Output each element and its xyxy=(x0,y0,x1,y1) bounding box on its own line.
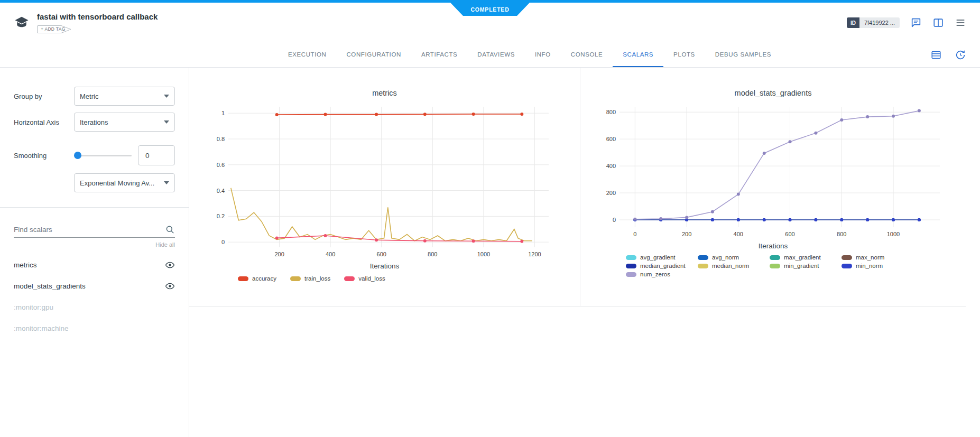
chart-card-model-stats-gradients: model_stats_gradients 020040060080002004… xyxy=(580,68,966,306)
find-scalars-row xyxy=(14,222,175,238)
legend-item-num_zeros[interactable]: num_zeros xyxy=(626,271,698,277)
horizontal-axis-select[interactable]: Iterations xyxy=(74,113,175,132)
legend-swatch xyxy=(626,264,636,268)
tab-execution[interactable]: EXECUTION xyxy=(278,43,337,67)
scalar-item-metrics[interactable]: metrics xyxy=(14,254,175,275)
legend-item-min_gradient[interactable]: min_gradient xyxy=(770,263,842,269)
smoothing-slider[interactable] xyxy=(74,152,132,159)
scalar-item-monitor-gpu[interactable]: :monitor:gpu xyxy=(14,296,175,318)
svg-text:0.6: 0.6 xyxy=(217,162,225,168)
details-panel-icon[interactable] xyxy=(932,17,944,29)
menu-icon[interactable] xyxy=(955,17,966,29)
status-text: COMPLETED xyxy=(470,6,509,13)
legend-label: num_zeros xyxy=(640,271,670,277)
charts-row: metrics 00.20.40.60.81200400600800100012… xyxy=(189,68,966,306)
app-logo-icon xyxy=(14,15,30,31)
scalar-label: metrics xyxy=(14,261,37,269)
search-icon[interactable] xyxy=(165,225,175,235)
eye-icon[interactable] xyxy=(165,260,175,270)
auto-refresh-icon[interactable] xyxy=(955,49,966,61)
group-by-label: Group by xyxy=(14,92,74,100)
model-stats-gradients-plot[interactable]: 020040060080002004006008001000 xyxy=(595,103,944,241)
group-by-value: Metric xyxy=(80,92,161,100)
page: COMPLETED fastai with tensorboard callba… xyxy=(0,0,980,437)
tab-plots[interactable]: PLOTS xyxy=(663,43,705,67)
chart-legend: avg_gradientavg_normmax_gradientmax_norm… xyxy=(580,254,919,280)
legend-item-max_norm[interactable]: max_norm xyxy=(842,254,913,261)
svg-text:800: 800 xyxy=(606,109,616,115)
horizontal-axis-value: Iterations xyxy=(80,118,161,126)
svg-text:1: 1 xyxy=(221,110,225,116)
tab-dataviews[interactable]: DATAVIEWS xyxy=(467,43,525,67)
tab-debug-samples[interactable]: DEBUG SAMPLES xyxy=(705,43,781,67)
tab-artifacts[interactable]: ARTIFACTS xyxy=(411,43,467,67)
group-by-row: Group by Metric xyxy=(14,87,175,106)
legend-label: max_gradient xyxy=(784,254,821,261)
scalar-label: :monitor:gpu xyxy=(14,303,53,311)
slider-thumb[interactable] xyxy=(74,152,81,159)
chart-title: metrics xyxy=(189,89,580,97)
comments-icon[interactable] xyxy=(910,17,922,29)
scalar-label: model_stats_gradients xyxy=(14,282,86,290)
smoothing-row: Smoothing xyxy=(14,145,175,165)
scalar-label: :monitor:machine xyxy=(14,324,69,332)
status-badge: COMPLETED xyxy=(450,3,530,16)
legend-swatch xyxy=(770,255,780,260)
legend-swatch xyxy=(290,276,301,281)
scalar-item-model-stats-gradients[interactable]: model_stats_gradients xyxy=(14,275,175,296)
svg-text:1200: 1200 xyxy=(528,251,541,257)
legend-item-valid_loss[interactable]: valid_loss xyxy=(344,275,385,282)
legend-swatch xyxy=(238,276,248,281)
legend-label: max_norm xyxy=(856,254,884,261)
legend-label: median_norm xyxy=(712,263,749,269)
add-tag-button[interactable]: + ADD TAG xyxy=(37,25,72,34)
tab-info[interactable]: INFO xyxy=(525,43,561,67)
svg-text:1000: 1000 xyxy=(477,251,490,257)
legend-item-avg_gradient[interactable]: avg_gradient xyxy=(626,254,698,261)
chevron-down-icon xyxy=(164,181,169,184)
metrics-plot[interactable]: 00.20.40.60.8120040060080010001200 xyxy=(204,103,553,261)
legend-swatch xyxy=(842,264,852,268)
slider-track xyxy=(74,155,132,156)
eye-icon[interactable] xyxy=(165,281,175,291)
svg-text:200: 200 xyxy=(274,251,284,257)
experiment-id-chip[interactable]: ID 7f419922 ... xyxy=(847,17,900,28)
smoothing-type-select[interactable]: Exponential Moving Av... xyxy=(74,173,175,192)
legend-item-train_loss[interactable]: train_loss xyxy=(290,275,330,282)
smoothing-value-input[interactable] xyxy=(138,145,175,165)
legend-item-median_norm[interactable]: median_norm xyxy=(698,263,770,269)
horizontal-axis-row: Horizontal Axis Iterations xyxy=(14,113,175,132)
legend-swatch xyxy=(626,255,636,260)
find-scalars-input[interactable] xyxy=(14,222,175,238)
chart-card-metrics: metrics 00.20.40.60.81200400600800100012… xyxy=(189,68,580,306)
svg-text:200: 200 xyxy=(682,231,691,237)
legend-item-accuracy[interactable]: accuracy xyxy=(238,275,276,282)
legend-item-avg_norm[interactable]: avg_norm xyxy=(698,254,770,261)
svg-text:600: 600 xyxy=(377,251,386,257)
tabbar-icons xyxy=(930,43,966,67)
svg-text:0: 0 xyxy=(633,231,636,237)
scalar-item-monitor-machine[interactable]: :monitor:machine xyxy=(14,318,175,339)
legend-item-max_gradient[interactable]: max_gradient xyxy=(770,254,842,261)
legend-swatch xyxy=(698,264,708,268)
legend-label: avg_norm xyxy=(712,254,739,261)
table-view-icon[interactable] xyxy=(930,49,942,61)
experiment-title: fastai with tensorboard callback xyxy=(37,12,158,21)
legend-item-min_norm[interactable]: min_norm xyxy=(842,263,913,269)
svg-text:400: 400 xyxy=(326,251,335,257)
legend-item-median_gradient[interactable]: median_gradient xyxy=(626,263,698,269)
content: Group by Metric Horizontal Axis Iteratio… xyxy=(0,68,980,437)
svg-text:200: 200 xyxy=(606,190,616,196)
svg-text:600: 600 xyxy=(785,231,794,237)
hide-all-link[interactable]: Hide all xyxy=(14,241,175,248)
add-tag-label: + ADD TAG xyxy=(41,26,66,32)
svg-text:800: 800 xyxy=(837,231,846,237)
svg-text:400: 400 xyxy=(606,163,616,169)
tab-scalars[interactable]: SCALARS xyxy=(613,43,663,67)
group-by-select[interactable]: Metric xyxy=(74,87,175,106)
tab-configuration[interactable]: CONFIGURATION xyxy=(336,43,411,67)
horizontal-axis-label: Horizontal Axis xyxy=(14,118,74,126)
legend-label: min_norm xyxy=(856,263,883,269)
legend-label: accuracy xyxy=(252,275,276,282)
tab-console[interactable]: CONSOLE xyxy=(561,43,613,67)
